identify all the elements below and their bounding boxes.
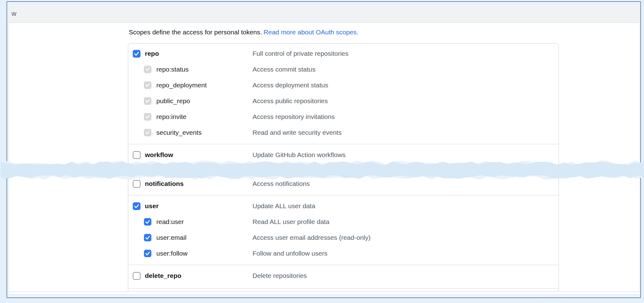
checkbox-public_repo (144, 97, 151, 105)
sub-scope-row: user:email Access user email addresses (… (128, 230, 558, 245)
checkbox-workflow[interactable] (133, 151, 141, 159)
sub-scope-description: Access commit status (253, 66, 315, 73)
sub-scope-description: Access repository invitations (253, 113, 335, 121)
page-background: { "header": { "text": "w" }, "intro": { … (0, 0, 644, 303)
sub-scope-label[interactable]: security_events (156, 129, 202, 136)
scope-description: Delete repositories (253, 272, 307, 279)
scopes-box: repo Full control of private repositorie… (128, 43, 559, 291)
scope-group-user: user Update ALL user data read:user Read… (128, 195, 558, 265)
scope-group-repo: repo Full control of private repositorie… (128, 44, 558, 144)
scope-description: Update GitHub Action workflows (253, 151, 346, 159)
checkbox-repo[interactable] (133, 50, 141, 58)
sub-scope-row: repo:status Access commit status (128, 61, 558, 77)
torn-screenshot-gap (1, 166, 644, 173)
sub-scope-row: public_repo Access public repositories (128, 93, 558, 109)
sub-scope-label[interactable]: user:follow (156, 250, 187, 257)
header-text: w (11, 10, 16, 18)
checkbox-repo:invite (144, 113, 151, 121)
sub-scopes: read:user Read ALL user profile data use… (128, 214, 558, 261)
scope-row: delete_repo Delete repositories (128, 268, 558, 283)
sub-scope-row: repo_deployment Access deployment status (128, 77, 558, 93)
scope-row: user Update ALL user data (128, 198, 558, 214)
sub-scope-description: Access public repositories (253, 97, 328, 105)
intro-text: Scopes define the access for personal to… (129, 29, 262, 36)
scope-group-delete_repo: delete_repo Delete repositories (128, 265, 558, 289)
window-header: w (9, 5, 639, 23)
checkbox-user:email[interactable] (144, 234, 151, 241)
sub-scope-description: Read and write security events (253, 129, 342, 136)
checkbox-user:follow[interactable] (144, 250, 151, 257)
sub-scope-description: Follow and unfollow users (253, 250, 328, 257)
scope-label[interactable]: delete_repo (145, 272, 181, 279)
sub-scope-row: user:follow Follow and unfollow users (128, 245, 558, 261)
bottom-divider (9, 291, 639, 292)
scope-description: Update ALL user data (253, 202, 315, 210)
checkbox-notifications[interactable] (133, 180, 141, 188)
scope-label[interactable]: notifications (145, 180, 184, 187)
sub-scope-label[interactable]: read:user (156, 218, 184, 226)
checkbox-delete_repo[interactable] (133, 272, 141, 280)
sub-scopes: repo:status Access commit status repo_de… (128, 61, 558, 140)
scope-label[interactable]: repo (145, 50, 159, 57)
sub-scope-row: security_events Read and write security … (128, 125, 558, 140)
checkbox-read:user[interactable] (144, 218, 151, 226)
sub-scope-label[interactable]: public_repo (156, 97, 190, 105)
checkbox-repo:status (144, 66, 151, 73)
scope-row: repo Full control of private repositorie… (128, 46, 558, 61)
checkbox-user[interactable] (133, 202, 141, 210)
sub-scope-label[interactable]: repo_deployment (156, 81, 207, 89)
sub-scope-description: Read ALL user profile data (253, 218, 329, 226)
scopes-intro: Scopes define the access for personal to… (9, 23, 639, 36)
screenshot-frame: w Scopes define the access for personal … (7, 1, 641, 298)
scope-row: workflow Update GitHub Action workflows (128, 147, 558, 163)
scope-group-notifications: notifications Access notifications (128, 173, 558, 195)
app-window: w Scopes define the access for personal … (9, 5, 639, 294)
sub-scope-label[interactable]: repo:status (156, 66, 189, 73)
scope-description: Full control of private repositories (253, 50, 348, 57)
sub-scope-description: Access user email addresses (read-only) (253, 234, 370, 241)
sub-scope-row: read:user Read ALL user profile data (128, 214, 558, 230)
sub-scope-row: repo:invite Access repository invitation… (128, 109, 558, 125)
scope-description: Access notifications (253, 180, 310, 187)
sub-scope-label[interactable]: user:email (156, 234, 186, 241)
sub-scope-description: Access deployment status (253, 81, 328, 89)
oauth-scopes-link[interactable]: Read more about OAuth scopes. (264, 29, 359, 36)
checkbox-repo_deployment (144, 81, 151, 89)
sub-scope-label[interactable]: repo:invite (156, 113, 186, 121)
scope-label[interactable]: workflow (145, 151, 173, 159)
scope-row: notifications Access notifications (128, 176, 558, 191)
scope-label[interactable]: user (145, 202, 159, 210)
checkbox-security_events (144, 129, 151, 136)
